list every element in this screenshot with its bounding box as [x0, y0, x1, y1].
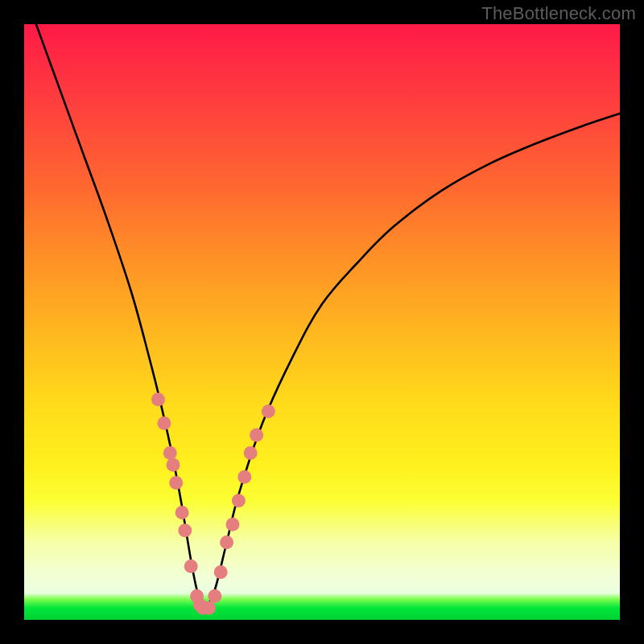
marker-dot: [151, 393, 165, 407]
marker-dot: [214, 565, 228, 579]
curve-layer: [24, 24, 620, 620]
marker-dot: [202, 601, 216, 615]
watermark-text: TheBottleneck.com: [481, 3, 636, 24]
bottleneck-curve: [36, 24, 620, 610]
marker-dot: [244, 446, 258, 460]
marker-dot: [232, 494, 246, 508]
marker-dot: [262, 405, 275, 419]
marker-dot: [184, 559, 198, 573]
marker-dot: [220, 535, 233, 549]
marker-dot: [157, 416, 171, 430]
plot-area: [24, 24, 620, 620]
marker-dot: [226, 518, 240, 531]
marker-dot: [167, 458, 180, 472]
marker-dot: [178, 524, 192, 538]
marker-dot: [237, 470, 251, 484]
marker-dot: [163, 446, 177, 460]
marker-dot: [250, 428, 263, 442]
marker-dot: [208, 589, 221, 603]
marker-dot: [175, 506, 189, 519]
chart-frame: TheBottleneck.com: [0, 0, 644, 644]
highlight-dots: [151, 393, 275, 615]
marker-dot: [169, 476, 183, 489]
